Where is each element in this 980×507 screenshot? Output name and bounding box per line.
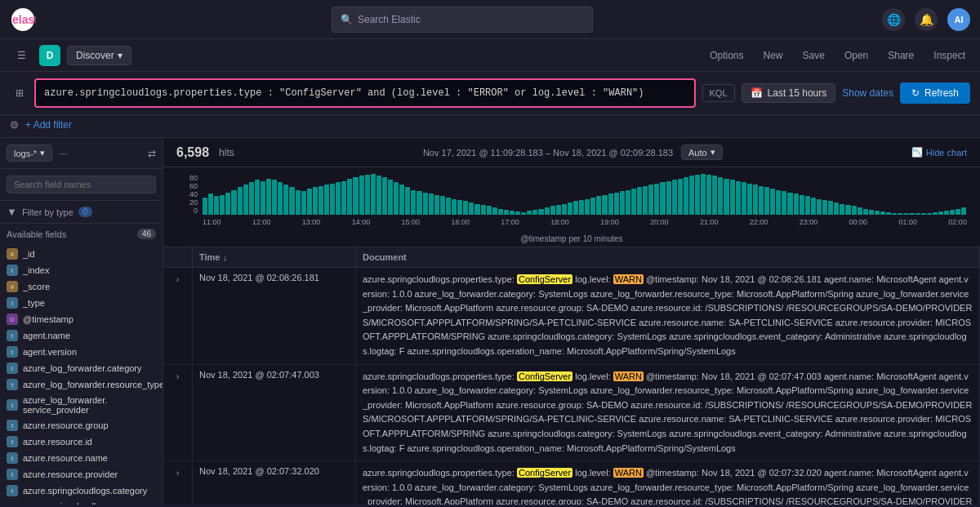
sidebar-toggle-icon: ⊞ xyxy=(16,87,24,99)
bell-icon-btn[interactable]: 🔔 xyxy=(915,8,938,31)
histogram-bar xyxy=(590,198,595,215)
avatar[interactable]: AI xyxy=(947,8,970,31)
open-button[interactable]: Open xyxy=(840,47,873,64)
histogram-bar xyxy=(718,177,723,215)
sidebar-field-item[interactable]: tazure.resource.group xyxy=(0,417,163,434)
histogram-bar xyxy=(608,193,613,215)
histogram-bar xyxy=(886,212,891,215)
show-dates-button[interactable]: Show dates xyxy=(842,87,893,99)
sidebar-field-item[interactable]: tazure.springcloudlogs.category xyxy=(0,483,163,499)
field-type-icon: t xyxy=(7,330,18,341)
row-expand-button[interactable]: › xyxy=(163,268,193,364)
histogram-bar xyxy=(950,210,955,215)
sidebar-toggle-button[interactable]: ⊞ xyxy=(10,83,29,103)
histogram-bar xyxy=(538,209,543,215)
discover-button[interactable]: Discover ▾ xyxy=(67,46,131,65)
table-body: ›Nov 18, 2021 @ 02:08:26.181azure.spring… xyxy=(163,268,980,505)
sidebar-field-item[interactable]: tazure.resource.id xyxy=(0,434,163,450)
x-axis-label: 15:00 xyxy=(402,218,421,231)
sidebar-field-item[interactable]: t_index xyxy=(0,262,163,278)
nav-right: 🌐 🔔 AI xyxy=(882,8,970,31)
sidebar-field-item[interactable]: #_id xyxy=(0,246,163,262)
top-nav: elastic 🔍 Search Elastic 🌐 🔔 AI xyxy=(0,0,980,39)
auto-button[interactable]: Auto ▾ xyxy=(681,145,723,160)
field-name: _score xyxy=(23,282,50,291)
histogram-bar xyxy=(869,210,874,215)
save-button[interactable]: Save xyxy=(798,47,830,64)
calendar-icon: 📅 xyxy=(751,87,763,99)
calendar-button[interactable]: 📅 Last 15 hours xyxy=(742,83,836,103)
histogram-bar xyxy=(313,187,318,215)
field-name: azure.resource.provider xyxy=(23,469,118,479)
add-filter-button[interactable]: + Add filter xyxy=(25,119,72,131)
inspect-button[interactable]: Inspect xyxy=(929,47,970,64)
th-time: Time ↓ xyxy=(193,247,356,267)
row-document: azure.springcloudlogs.properties.type: C… xyxy=(356,365,980,461)
query-bar: ⊞ KQL 📅 Last 15 hours Show dates ↻ Refre… xyxy=(0,72,980,115)
share-button[interactable]: Share xyxy=(883,47,919,64)
sidebar-field-item[interactable]: tagent.name xyxy=(0,327,163,344)
hide-chart-label: Hide chart xyxy=(926,148,967,158)
field-name: azure.springcloudlogs. event_category xyxy=(23,501,156,505)
histogram-bar xyxy=(817,199,822,216)
kql-query-input[interactable] xyxy=(34,78,696,108)
available-count-badge: 46 xyxy=(137,229,156,239)
histogram-bar xyxy=(822,200,827,215)
field-name: @timestamp xyxy=(23,314,74,324)
histogram-bar xyxy=(620,191,625,215)
histogram-bar xyxy=(532,210,537,215)
sidebar-field-item[interactable]: tazure_log_forwarder.category xyxy=(0,360,163,376)
sidebar-field-item[interactable]: tazure.springcloudlogs. event_category xyxy=(0,499,163,505)
histogram-bars xyxy=(203,174,967,215)
table-header: Time ↓ Document xyxy=(163,247,980,268)
fields-list: #_idt_index#_scoret_typeD@timestamptagen… xyxy=(0,244,163,505)
histogram-bar xyxy=(289,187,294,215)
field-name: azure.resource.name xyxy=(23,453,108,463)
sidebar-field-item[interactable]: tazure_log_forwarder.resource_type xyxy=(0,376,163,393)
auto-label: Auto xyxy=(688,148,707,158)
histogram-bar xyxy=(336,182,341,215)
filter-toggle-icon: ▼ xyxy=(7,206,17,218)
histogram-bar xyxy=(828,201,833,215)
options-button[interactable]: Options xyxy=(705,47,748,64)
histogram-bar xyxy=(782,191,786,215)
x-axis-label: 16:00 xyxy=(451,218,470,231)
histogram-bar xyxy=(753,185,758,215)
histogram-bar xyxy=(330,184,335,215)
hamburger-button[interactable]: ☰ xyxy=(10,44,33,67)
globe-icon-btn[interactable]: 🌐 xyxy=(882,8,905,31)
sidebar-field-item[interactable]: D@timestamp xyxy=(0,311,163,327)
histogram-bar xyxy=(921,213,926,215)
chart-container: 80 60 40 20 0 11:0012:0013:0014:0015:001… xyxy=(163,167,980,247)
sidebar-field-item[interactable]: tazure.resource.provider xyxy=(0,466,163,483)
kql-badge[interactable]: KQL xyxy=(702,84,735,102)
field-type-icon: t xyxy=(7,436,18,447)
histogram-bar xyxy=(956,209,960,215)
histogram-bar xyxy=(787,193,792,215)
histogram-bar xyxy=(568,202,572,215)
discover-label: Discover xyxy=(76,50,114,61)
histogram-bar xyxy=(938,211,943,215)
row-time: Nov 18, 2021 @ 02:07:32.020 xyxy=(193,461,356,505)
filter-bar: ⊜ + Add filter xyxy=(0,115,980,138)
refresh-button[interactable]: ↻ Refresh xyxy=(900,82,970,104)
sidebar-field-item[interactable]: tagent.version xyxy=(0,344,163,360)
hide-chart-button[interactable]: 📉 Hide chart xyxy=(911,147,967,158)
index-badge[interactable]: logs-* ▾ xyxy=(7,145,52,162)
field-search-input[interactable] xyxy=(7,176,156,193)
histogram-bar xyxy=(915,213,920,215)
sidebar-field-item[interactable]: #_score xyxy=(0,278,163,295)
sidebar-field-item[interactable]: t_type xyxy=(0,295,163,311)
sidebar-field-item[interactable]: tazure.resource.name xyxy=(0,450,163,466)
row-expand-button[interactable]: › xyxy=(163,365,193,461)
histogram-bar xyxy=(255,180,260,215)
histogram-bar xyxy=(208,193,213,215)
global-search-bar[interactable]: 🔍 Search Elastic xyxy=(332,7,593,33)
field-name: _index xyxy=(23,265,49,275)
columns-icon: ⇄ xyxy=(148,148,156,159)
row-expand-button[interactable]: › xyxy=(163,461,193,505)
elastic-logo[interactable]: elastic xyxy=(10,7,36,33)
more-options-button[interactable]: ··· xyxy=(56,146,70,161)
sidebar-field-item[interactable]: tazure_log_forwarder. service_provider xyxy=(0,393,163,417)
new-button[interactable]: New xyxy=(759,47,788,64)
